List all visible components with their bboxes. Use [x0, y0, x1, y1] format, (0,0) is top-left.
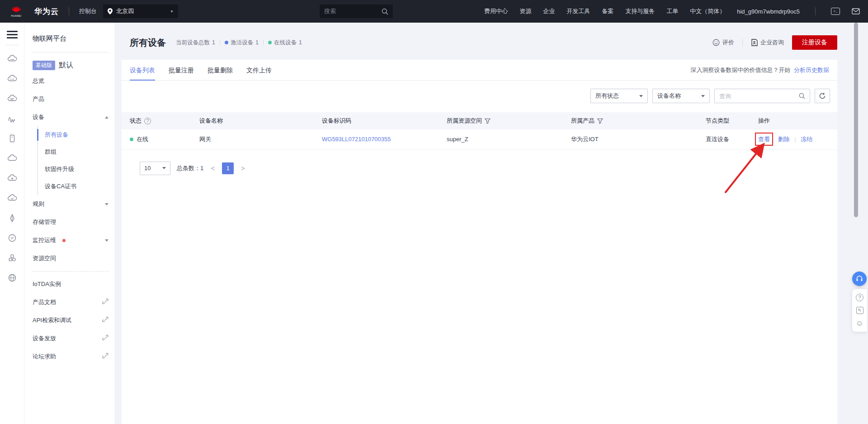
query-input[interactable] [719, 93, 799, 100]
nav-item-enterprise[interactable]: 企业 [543, 7, 555, 15]
device-list-card: 设备列表 批量注册 批量删除 文件上传 深入洞察设备数据中的价值信息？开始 分析… [122, 60, 837, 424]
cloud-dots-icon[interactable] [7, 74, 17, 84]
console-link[interactable]: 控制台 [79, 7, 97, 15]
stat-activated-label: 激活设备 [231, 39, 253, 47]
compass-icon[interactable] [7, 213, 17, 223]
help-icon[interactable]: ? [856, 294, 863, 301]
sidebar-item-device-provisioning[interactable]: 设备发放 [24, 329, 115, 348]
delete-action-link[interactable]: 删除 [778, 136, 790, 143]
nav-item-icp[interactable]: 备案 [602, 7, 613, 15]
product-value: 华为云IOT [567, 129, 702, 149]
tab-device-list[interactable]: 设备列表 [130, 60, 155, 81]
sidebar-item-forum-help[interactable]: 论坛求助 [24, 348, 115, 366]
consult-doc-icon [751, 39, 758, 46]
cloud-check-icon[interactable] [7, 193, 17, 203]
region-selector[interactable]: 北京四 ▼ [103, 5, 178, 18]
freeze-action-link[interactable]: 冻结 [801, 136, 812, 143]
wave-analytics-icon[interactable] [7, 114, 17, 124]
help-icon[interactable]: ? [144, 118, 151, 124]
refresh-icon [819, 92, 826, 100]
feedback-button[interactable]: 评价 [712, 38, 734, 47]
stat-total-label: 当前设备总数 [176, 39, 210, 47]
view-action-link[interactable]: 查看 [758, 136, 770, 143]
col-actions: 操作 [758, 117, 834, 125]
refresh-button[interactable] [815, 89, 830, 103]
customer-service-button[interactable] [852, 272, 867, 286]
chevron-down-icon [701, 95, 705, 97]
sidebar-item-product-docs[interactable]: 产品文档 [24, 293, 115, 311]
hamburger-menu-icon[interactable] [7, 29, 18, 40]
cloud-server-icon[interactable] [7, 54, 17, 64]
filter-funnel-icon[interactable] [597, 118, 603, 124]
sidebar-item-api-explorer[interactable]: API检索和调试 [24, 311, 115, 329]
global-search[interactable]: 搜索 [320, 5, 393, 18]
register-device-button[interactable]: 注册设备 [792, 35, 837, 50]
cloud-upload-icon[interactable] [7, 173, 17, 183]
feedback-smiley-icon[interactable]: ☺ [856, 319, 863, 327]
chevron-down-icon [105, 203, 108, 205]
sidebar-item-monitoring[interactable]: 监控运维 [24, 231, 115, 249]
tab-batch-register[interactable]: 批量注册 [169, 60, 194, 81]
total-count: 总条数：1 [177, 164, 203, 172]
sidebar-item-rules[interactable]: 规则 [24, 195, 115, 213]
nav-item-billing[interactable]: 费用中心 [484, 7, 508, 15]
globe-icon[interactable] [7, 273, 17, 283]
chevron-down-icon [162, 167, 166, 169]
nav-item-devtools[interactable]: 开发工具 [566, 7, 590, 15]
headset-icon [855, 275, 863, 283]
page-size-select[interactable]: 10 [140, 162, 170, 175]
brand-name[interactable]: 华为云 [34, 6, 59, 17]
cli-terminal-icon[interactable]: >_ [831, 8, 840, 15]
iot-sidebar: 物联网平台 基础版 默认 总览 产品 设备 所有设备 群组 软固件升级 设备CA… [24, 23, 115, 424]
status-value: 在线 [137, 135, 148, 143]
external-link-icon [102, 317, 108, 324]
tab-file-upload[interactable]: 文件上传 [246, 60, 272, 81]
vertical-scrollbar[interactable] [854, 23, 858, 217]
filter-row: 所有状态 设备名称 [122, 89, 830, 103]
field-filter-select[interactable]: 设备名称 [652, 89, 710, 103]
sidebar-item-groups[interactable]: 群组 [38, 143, 115, 161]
location-pin-icon [108, 8, 113, 14]
notification-dot [62, 239, 66, 242]
current-page-button[interactable]: 1 [222, 162, 234, 174]
search-icon[interactable] [799, 92, 805, 100]
filter-funnel-icon[interactable] [485, 118, 491, 124]
sidebar-item-all-devices[interactable]: 所有设备 [38, 126, 115, 143]
col-device-name: 设备名称 [199, 117, 315, 125]
divider [815, 7, 816, 15]
dashed-divider [33, 271, 108, 272]
tab-batch-delete[interactable]: 批量删除 [208, 60, 233, 81]
device-stats: 当前设备总数1 激活设备1 在线设备1 [176, 39, 302, 47]
sidebar-item-iotda-instances[interactable]: IoTDA实例 [24, 275, 115, 293]
resource-space-value: super_Z [443, 129, 567, 149]
col-product: 所属产品 [571, 117, 594, 125]
cloud-icon[interactable] [7, 153, 17, 163]
device-id-link[interactable]: WG593LL0721010700355 [322, 136, 391, 143]
nav-item-ticket[interactable]: 工单 [666, 7, 678, 15]
enterprise-consult-button[interactable]: 企业咨询 [751, 38, 784, 47]
col-node-type: 节点类型 [706, 117, 751, 125]
survey-icon[interactable]: ✎ [856, 307, 863, 314]
huawei-logo[interactable]: HUAWEI [7, 6, 25, 17]
next-page-button[interactable]: > [240, 164, 246, 172]
ip-address-icon[interactable]: IP [7, 233, 17, 243]
cluster-icon[interactable] [7, 253, 17, 263]
account-id[interactable]: hid_g90m7wbmdrp9oc5 [737, 8, 800, 15]
device-terminal-icon[interactable] [7, 133, 17, 143]
sidebar-item-firmware-upgrade[interactable]: 软固件升级 [38, 161, 115, 178]
sidebar-item-devices[interactable]: 设备 [24, 108, 115, 126]
status-filter-select[interactable]: 所有状态 [590, 89, 648, 103]
sidebar-item-resource-spaces[interactable]: 资源空间 [24, 249, 115, 267]
sidebar-item-overview[interactable]: 总览 [24, 72, 115, 90]
language-selector[interactable]: 中文（简体） [690, 7, 725, 15]
sidebar-item-storage[interactable]: 存储管理 [24, 213, 115, 231]
sidebar-item-products[interactable]: 产品 [24, 90, 115, 108]
nav-item-resources[interactable]: 资源 [519, 7, 531, 15]
prev-page-button[interactable]: < [210, 164, 216, 172]
nav-item-support[interactable]: 支持与服务 [625, 7, 655, 15]
sidebar-item-device-ca[interactable]: 设备CA证书 [38, 178, 115, 195]
huawei-flower-icon [10, 6, 22, 14]
analyze-history-link[interactable]: 分析历史数据 [794, 67, 829, 73]
cloud-database-icon[interactable] [7, 94, 17, 104]
messages-icon[interactable] [852, 8, 860, 14]
